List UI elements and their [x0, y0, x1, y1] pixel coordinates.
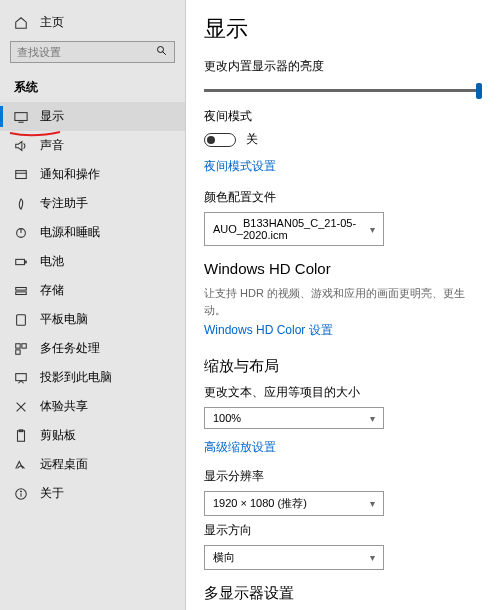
- chevron-down-icon: ▾: [370, 413, 375, 424]
- multi-display-heading: 多显示器设置: [204, 584, 482, 603]
- color-profile-heading: 颜色配置文件: [204, 189, 482, 206]
- nav-label: 专注助手: [40, 195, 88, 212]
- sidebar-item-projecting[interactable]: 投影到此电脑: [0, 363, 185, 392]
- brightness-label: 更改内置显示器的亮度: [204, 58, 482, 75]
- hd-color-desc: 让支持 HDR 的视频、游戏和应用的画面更明亮、更生动。: [204, 285, 482, 318]
- notification-icon: [14, 168, 28, 182]
- dropdown-value: 1920 × 1080 (推荐): [213, 496, 307, 511]
- resolution-label: 显示分辨率: [204, 468, 482, 485]
- dropdown-value: 横向: [213, 550, 235, 565]
- sidebar-item-focus[interactable]: 专注助手: [0, 189, 185, 218]
- tablet-icon: [14, 313, 28, 327]
- project-icon: [14, 371, 28, 385]
- orientation-label: 显示方向: [204, 522, 482, 539]
- group-label: 系统: [0, 73, 185, 102]
- nav-label: 通知和操作: [40, 166, 100, 183]
- hd-color-heading: Windows HD Color: [204, 260, 482, 277]
- focus-icon: [14, 197, 28, 211]
- color-profile-dropdown[interactable]: AUO_ B133HAN05_C_21-05-2020.icm ▾: [204, 212, 384, 246]
- nav-label: 关于: [40, 485, 64, 502]
- nav-label: 电源和睡眠: [40, 224, 100, 241]
- night-light-heading: 夜间模式: [204, 108, 482, 125]
- hd-color-link[interactable]: Windows HD Color 设置: [204, 322, 333, 339]
- slider-thumb[interactable]: [476, 83, 482, 99]
- dropdown-value-a: AUO_: [213, 223, 243, 235]
- sidebar-item-power[interactable]: 电源和睡眠: [0, 218, 185, 247]
- nav-label: 远程桌面: [40, 456, 88, 473]
- power-icon: [14, 226, 28, 240]
- text-size-label: 更改文本、应用等项目的大小: [204, 384, 482, 401]
- scale-heading: 缩放与布局: [204, 357, 482, 376]
- nav-label: 投影到此电脑: [40, 369, 112, 386]
- sidebar-item-display[interactable]: 显示: [0, 102, 185, 131]
- svg-point-23: [21, 490, 22, 491]
- svg-point-0: [158, 46, 164, 52]
- monitor-icon: [14, 110, 28, 124]
- svg-rect-4: [16, 170, 27, 178]
- sound-icon: [14, 139, 28, 153]
- chevron-down-icon: ▾: [370, 498, 375, 509]
- svg-rect-16: [16, 373, 27, 380]
- svg-rect-15: [16, 349, 20, 353]
- nav-label: 电池: [40, 253, 64, 270]
- storage-icon: [14, 284, 28, 298]
- svg-rect-12: [17, 314, 26, 325]
- search-field[interactable]: [17, 46, 156, 58]
- sidebar-item-about[interactable]: 关于: [0, 479, 185, 508]
- nav-label: 声音: [40, 137, 64, 154]
- home-icon: [14, 16, 28, 30]
- text-size-dropdown[interactable]: 100% ▾: [204, 407, 384, 429]
- info-icon: [14, 487, 28, 501]
- remote-icon: [14, 458, 28, 472]
- chevron-down-icon: ▾: [370, 552, 375, 563]
- page-title: 显示: [204, 14, 482, 44]
- svg-rect-14: [22, 343, 26, 347]
- nav-label: 显示: [40, 108, 64, 125]
- share-icon: [14, 400, 28, 414]
- main-panel: 显示 更改内置显示器的亮度 夜间模式 关 夜间模式设置 颜色配置文件 AUO_ …: [185, 0, 500, 610]
- svg-rect-19: [18, 430, 25, 441]
- sidebar-item-battery[interactable]: 电池: [0, 247, 185, 276]
- brightness-slider[interactable]: [204, 89, 482, 92]
- svg-rect-13: [16, 343, 20, 347]
- sidebar-item-storage[interactable]: 存储: [0, 276, 185, 305]
- search-input[interactable]: [10, 41, 175, 63]
- svg-rect-8: [16, 259, 25, 264]
- svg-rect-2: [15, 112, 27, 120]
- sidebar-item-tablet[interactable]: 平板电脑: [0, 305, 185, 334]
- resolution-dropdown[interactable]: 1920 × 1080 (推荐) ▾: [204, 491, 384, 516]
- svg-rect-11: [16, 291, 27, 294]
- nav-label: 多任务处理: [40, 340, 100, 357]
- multitask-icon: [14, 342, 28, 356]
- nav-label: 体验共享: [40, 398, 88, 415]
- toggle-track[interactable]: [204, 133, 236, 147]
- svg-line-1: [163, 51, 166, 54]
- svg-rect-9: [25, 261, 27, 263]
- sidebar: 主页 系统 显示 声音 通知和操作 专注助手 电源和睡眠 电池 存储: [0, 0, 185, 610]
- nav-label: 剪贴板: [40, 427, 76, 444]
- night-light-settings-link[interactable]: 夜间模式设置: [204, 158, 276, 175]
- toggle-state: 关: [246, 131, 258, 148]
- clipboard-icon: [14, 429, 28, 443]
- sidebar-item-sound[interactable]: 声音: [0, 131, 185, 160]
- sidebar-item-remote[interactable]: 远程桌面: [0, 450, 185, 479]
- night-light-toggle[interactable]: 关: [204, 131, 482, 148]
- dropdown-value: 100%: [213, 412, 241, 424]
- sidebar-item-notifications[interactable]: 通知和操作: [0, 160, 185, 189]
- sidebar-item-multitask[interactable]: 多任务处理: [0, 334, 185, 363]
- home-label: 主页: [40, 14, 64, 31]
- dropdown-value-b: B133HAN05_C_21-05-2020.icm: [243, 217, 370, 241]
- nav-label: 存储: [40, 282, 64, 299]
- battery-icon: [14, 255, 28, 269]
- sidebar-item-shared[interactable]: 体验共享: [0, 392, 185, 421]
- advanced-scale-link[interactable]: 高级缩放设置: [204, 439, 276, 456]
- search-icon: [156, 45, 168, 60]
- orientation-dropdown[interactable]: 横向 ▾: [204, 545, 384, 570]
- home-button[interactable]: 主页: [0, 10, 185, 41]
- nav-label: 平板电脑: [40, 311, 88, 328]
- chevron-down-icon: ▾: [370, 224, 375, 235]
- sidebar-item-clipboard[interactable]: 剪贴板: [0, 421, 185, 450]
- svg-rect-10: [16, 287, 27, 290]
